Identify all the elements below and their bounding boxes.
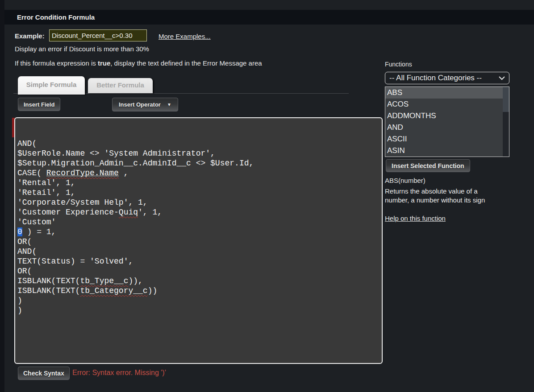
example-formula-value: Discount_Percent__c>0.30 <box>49 29 147 41</box>
formula-editor-content: AND($UserRole.Name <> 'System Administra… <box>17 139 379 315</box>
code-line: ISBLANK(TEXT(tb_Type__c)), <box>17 276 379 286</box>
insert-selected-function-button[interactable]: Insert Selected Function <box>386 159 470 172</box>
code-line: 'Corporate/System Help', 1, <box>17 198 379 207</box>
function-list-item[interactable]: ASCII <box>385 133 503 145</box>
function-description: Returns the absolute value of a number, … <box>385 187 497 205</box>
code-line: AND( <box>17 247 379 256</box>
selected-text: 0 <box>17 227 22 236</box>
code-text: 'Corporate/System Help', 1, <box>17 198 148 207</box>
code-text: ', 1, <box>138 208 162 217</box>
code-text: ) <box>17 296 22 305</box>
formula-instruction: If this formula expression is true, disp… <box>15 59 262 67</box>
section-header: Error Condition Formula <box>4 10 534 25</box>
example-label: Example: <box>15 32 45 40</box>
code-text: 'Retail', 1, <box>17 188 75 197</box>
code-line: ISBLANK(TEXT(tb_Category__c)) <box>17 286 379 296</box>
code-text: OR( <box>17 267 32 276</box>
code-line: 'Customer Experience-Quiq', 1, <box>17 207 379 217</box>
code-text: ) <box>17 306 22 315</box>
code-text: ISBLANK(TEXT( <box>17 276 80 285</box>
misspelled-token: RecordType.Name <box>46 169 119 177</box>
code-line: ) <box>17 305 379 315</box>
error-condition-formula-page: Error Condition Formula Example: Discoun… <box>0 0 534 392</box>
code-line: OR( <box>17 237 379 247</box>
instruction-bold-word: true <box>98 59 110 67</box>
code-text: , <box>119 169 129 177</box>
code-line: AND( <box>17 139 379 149</box>
code-text: $Setup.Migration_Admin__c.AdminId__c <> … <box>17 159 254 168</box>
code-text: )) <box>148 286 158 295</box>
code-text: OR( <box>17 237 32 246</box>
code-line: 'Retail', 1, <box>17 188 379 198</box>
code-text: ISBLANK(TEXT( <box>17 286 80 295</box>
insert-operator-button[interactable]: Insert Operator▼ <box>112 98 178 111</box>
function-list-item[interactable]: ABS <box>385 87 503 99</box>
code-text: AND( <box>17 247 37 256</box>
code-text: AND( <box>17 139 37 148</box>
code-text: CASE( <box>17 169 46 177</box>
misspelled-token: tb_Type__c <box>80 276 128 285</box>
function-list-item[interactable]: ASIN <box>385 145 503 157</box>
function-signature: ABS(number) <box>385 177 426 184</box>
instruction-prefix: If this formula expression is <box>15 59 98 67</box>
insert-operator-label: Insert Operator <box>119 101 161 108</box>
left-edge-strip <box>0 0 4 392</box>
code-text: 'Custom' <box>17 218 56 227</box>
code-line: 'Rental', 1, <box>17 178 379 188</box>
syntax-error-message: Error: Syntax error. Missing ')' <box>72 369 166 377</box>
page-title: Error Condition Formula <box>17 13 95 21</box>
function-help-link[interactable]: Help on this function <box>385 215 446 222</box>
dropdown-arrow-icon: ▼ <box>167 102 171 107</box>
function-list-item[interactable]: AND <box>385 122 503 133</box>
code-text: TEXT(Status) = 'Solved', <box>17 257 133 266</box>
tab-simple-formula[interactable]: Simple Formula <box>18 76 85 95</box>
function-list-item[interactable]: ACOS <box>385 99 503 110</box>
function-category-select[interactable]: -- All Function Categories -- <box>385 72 509 84</box>
scrollbar-thumb[interactable] <box>503 87 509 112</box>
more-examples-link[interactable]: More Examples... <box>159 33 211 40</box>
example-description: Display an error if Discount is more tha… <box>15 45 149 53</box>
function-list-items: ABSACOSADDMONTHSANDASCIIASIN <box>385 87 503 157</box>
function-list-item[interactable]: ADDMONTHS <box>385 110 503 122</box>
code-line: OR( <box>17 266 379 276</box>
instruction-suffix: , display the text defined in the Error … <box>110 59 262 67</box>
code-line: $Setup.Migration_Admin__c.AdminId__c <> … <box>17 158 379 168</box>
misspelled-token: Quiq <box>119 208 138 217</box>
code-line: ) <box>17 296 379 305</box>
insert-field-button[interactable]: Insert Field <box>18 98 60 111</box>
code-line: TEXT(Status) = 'Solved', <box>17 256 379 266</box>
function-category-selected-value: -- All Function Categories -- <box>389 74 482 83</box>
tab-better-formula[interactable]: Better Formula <box>88 78 153 93</box>
chevron-down-icon <box>499 76 505 80</box>
code-text: 'Customer Experience- <box>17 208 119 217</box>
code-text: $UserRole.Name <> 'System Administrator'… <box>17 149 215 158</box>
functions-panel-title: Functions <box>385 61 412 68</box>
function-listbox[interactable]: ABSACOSADDMONTHSANDASCIIASIN <box>385 87 509 157</box>
code-line: CASE( RecordType.Name , <box>17 168 379 178</box>
code-text: ) = 1, <box>22 227 56 236</box>
code-text: 'Rental', 1, <box>17 178 75 187</box>
code-line: $UserRole.Name <> 'System Administrator'… <box>17 149 379 158</box>
code-text: )), <box>128 276 142 285</box>
misspelled-token: tb_Category__c <box>80 286 147 295</box>
check-syntax-button[interactable]: Check Syntax <box>18 367 70 380</box>
code-line: 0 ) = 1, <box>17 227 379 237</box>
code-line: 'Custom' <box>17 217 379 227</box>
formula-editor[interactable]: AND($UserRole.Name <> 'System Administra… <box>14 117 383 364</box>
function-list-scrollbar[interactable] <box>503 87 509 157</box>
